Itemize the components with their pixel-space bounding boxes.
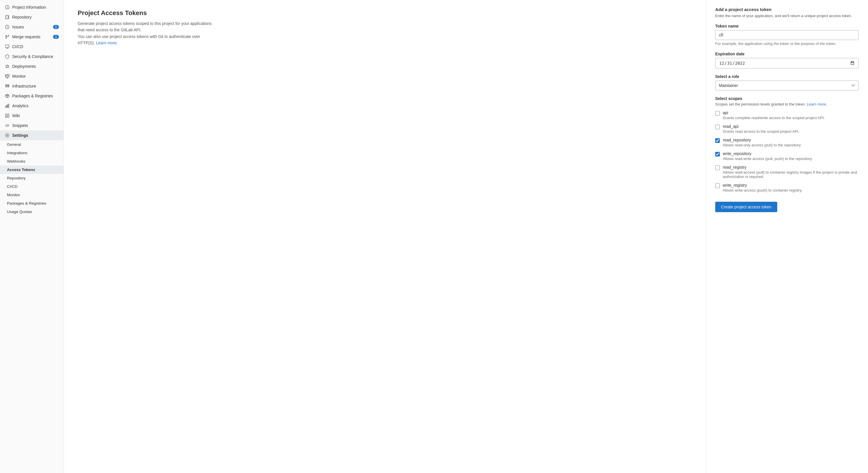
page-description: Generate project access tokens scoped to… — [78, 20, 217, 46]
scope-desc-read_registry: Allows read-access (pull) to container r… — [723, 170, 859, 179]
sidebar-item-project-information[interactable]: Project information — [0, 2, 63, 12]
chart-icon — [5, 103, 10, 108]
scopes-description: Scopes set the permission levels granted… — [715, 102, 859, 106]
scope-item-write_registry: write_registryAllows write-access (push)… — [715, 183, 859, 192]
snippet-icon — [5, 123, 10, 128]
svg-rect-9 — [5, 45, 9, 48]
add-section-subtitle: Enter the name of your application, and … — [715, 13, 859, 18]
token-name-hint: For example, the application using the t… — [715, 41, 859, 46]
sidebar-sub-item-cicd-settings[interactable]: CI/CD — [0, 182, 63, 191]
sidebar-item-label-infrastructure: Infrastructure — [12, 84, 36, 88]
token-name-input[interactable] — [715, 30, 859, 40]
settings-icon — [5, 133, 10, 138]
sidebar-item-merge-requests[interactable]: Merge requests0 — [0, 32, 63, 42]
sidebar-item-label-security-compliance: Security & Compliance — [12, 54, 53, 59]
scope-item-read_api: read_apiGrants read access to the scoped… — [715, 124, 859, 134]
scope-item-read_registry: read_registryAllows read-access (pull) t… — [715, 165, 859, 179]
scope-checkbox-read_registry[interactable] — [715, 165, 720, 170]
sidebar-item-label-settings: Settings — [12, 133, 28, 138]
sidebar-sub-item-monitor-settings[interactable]: Monitor — [0, 191, 63, 199]
svg-rect-16 — [7, 105, 8, 107]
scope-desc-api: Grants complete read/write access to the… — [723, 116, 825, 120]
expiration-date-input[interactable] — [715, 58, 859, 68]
left-content: Project Access Tokens Generate project a… — [64, 0, 706, 473]
sidebar-item-label-deployments: Deployments — [12, 64, 36, 69]
scope-name-read_api: read_api — [723, 124, 799, 129]
scope-checkbox-write_registry[interactable] — [715, 184, 720, 188]
scope-item-api: apiGrants complete read/write access to … — [715, 111, 859, 120]
book-icon — [5, 14, 10, 20]
scope-desc-read_api: Grants read access to the scoped project… — [723, 129, 799, 134]
sidebar-item-infrastructure[interactable]: Infrastructure — [0, 81, 63, 91]
scope-name-write_repository: write_repository — [723, 151, 813, 156]
svg-rect-17 — [8, 104, 9, 107]
sidebar-sub-item-repository-settings[interactable]: Repository — [0, 174, 63, 182]
sidebar-item-settings[interactable]: Settings — [0, 130, 63, 140]
scope-desc-read_repository: Allows read-only access (pull) to the re… — [723, 143, 801, 147]
badge-merge-requests: 0 — [53, 35, 59, 39]
scope-checkbox-read_repository[interactable] — [715, 138, 720, 143]
sidebar-item-label-issues: Issues — [12, 25, 24, 29]
cicd-icon — [5, 44, 10, 49]
sidebar-item-cicd[interactable]: CI/CD — [0, 42, 63, 52]
scope-desc-write_registry: Allows write-access (push) to container … — [723, 188, 802, 192]
scopes-container: apiGrants complete read/write access to … — [715, 111, 859, 192]
sidebar-item-monitor[interactable]: Monitor — [0, 71, 63, 81]
scope-item-read_repository: read_repositoryAllows read-only access (… — [715, 138, 859, 147]
scope-name-api: api — [723, 111, 825, 115]
scope-item-write_repository: write_repositoryAllows read-write access… — [715, 151, 859, 161]
token-name-group: Token name For example, the application … — [715, 24, 859, 46]
deploy-icon — [5, 64, 10, 69]
sidebar-item-packages-registries[interactable]: Packages & Registries — [0, 91, 63, 101]
monitor-icon — [5, 74, 10, 79]
scope-name-read_registry: read_registry — [723, 165, 859, 169]
scopes-title: Select scopes — [715, 96, 859, 101]
svg-rect-15 — [5, 106, 6, 107]
sidebar-item-deployments[interactable]: Deployments — [0, 61, 63, 71]
sidebar-item-issues[interactable]: Issues0 — [0, 22, 63, 32]
sidebar-item-security-compliance[interactable]: Security & Compliance — [0, 52, 63, 61]
create-token-button[interactable]: Create project access token — [715, 202, 777, 212]
expiration-date-group: Expiration date — [715, 52, 859, 68]
content-area: Project Access Tokens Generate project a… — [64, 0, 868, 473]
sidebar-item-wiki[interactable]: Wiki — [0, 111, 63, 121]
role-select[interactable]: GuestReporterDeveloperMaintainerOwner — [715, 81, 859, 90]
sidebar-item-repository[interactable]: Repository — [0, 12, 63, 22]
sidebar-item-label-merge-requests: Merge requests — [12, 34, 40, 39]
info-icon — [5, 5, 10, 10]
svg-line-22 — [7, 124, 7, 127]
description-line1: Generate project access tokens scoped to… — [78, 21, 212, 32]
add-section-title: Add a project access token — [715, 7, 859, 12]
merge-icon — [5, 34, 10, 39]
wiki-icon — [5, 113, 10, 118]
package-icon — [5, 93, 10, 98]
learn-more-link[interactable]: Learn more. — [96, 40, 118, 45]
scope-checkbox-read_api[interactable] — [715, 125, 720, 129]
sidebar-item-label-analytics: Analytics — [12, 103, 28, 108]
sidebar-item-label-snippets: Snippets — [12, 123, 28, 128]
svg-point-23 — [7, 135, 8, 136]
sidebar-item-analytics[interactable]: Analytics — [0, 101, 63, 111]
scopes-learn-more-link[interactable]: Learn more. — [807, 102, 827, 106]
scope-name-read_repository: read_repository — [723, 138, 801, 142]
expiration-date-label: Expiration date — [715, 52, 859, 56]
svg-point-13 — [8, 85, 9, 86]
shield-icon — [5, 54, 10, 59]
scope-checkbox-write_repository[interactable] — [715, 152, 720, 157]
page-title: Project Access Tokens — [78, 9, 692, 17]
sidebar-sub-item-general[interactable]: General — [0, 140, 63, 149]
sidebar-sub-item-packages-registries-settings[interactable]: Packages & Registries — [0, 199, 63, 208]
date-input-wrapper — [715, 58, 859, 68]
scope-desc-write_repository: Allows read-write access (pull, push) to… — [723, 157, 813, 161]
badge-issues: 0 — [53, 25, 59, 29]
sidebar-sub-item-usage-quotas[interactable]: Usage Quotas — [0, 208, 63, 216]
sidebar-sub-item-integrations[interactable]: Integrations — [0, 149, 63, 157]
sidebar-item-label-monitor: Monitor — [12, 74, 26, 78]
sidebar-sub-item-access-tokens[interactable]: Access Tokens — [0, 165, 63, 174]
sidebar-item-label-repository: Repository — [12, 15, 32, 20]
scope-checkbox-api[interactable] — [715, 111, 720, 116]
select-role-label: Select a role — [715, 74, 859, 79]
select-role-group: Select a role GuestReporterDeveloperMain… — [715, 74, 859, 90]
sidebar-item-snippets[interactable]: Snippets — [0, 121, 63, 130]
sidebar-sub-item-webhooks[interactable]: Webhooks — [0, 157, 63, 165]
